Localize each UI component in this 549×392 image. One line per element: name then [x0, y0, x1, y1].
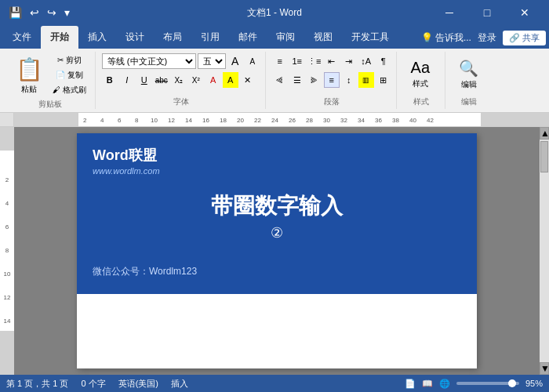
minimize-button[interactable]: ─: [431, 0, 467, 25]
share-label[interactable]: 🔗 共享: [503, 31, 546, 45]
svg-text:32: 32: [340, 117, 347, 124]
font-name-select[interactable]: 等线 (中文正文): [102, 53, 196, 69]
align-right-button[interactable]: ⫸: [307, 72, 322, 88]
scrollbar-thumb[interactable]: [540, 141, 548, 172]
font-size-select[interactable]: 五号: [198, 53, 226, 69]
quick-access-more-button[interactable]: ▾: [62, 5, 72, 20]
ruler-container: // This will be done via the SVG inline …: [0, 113, 549, 127]
paragraph-label: 段落: [272, 96, 391, 107]
save-button[interactable]: 💾: [6, 5, 24, 20]
insert-mode: 插入: [171, 378, 188, 390]
svg-text:2: 2: [83, 117, 87, 124]
tab-layout[interactable]: 布局: [154, 26, 191, 49]
clipboard-label: 剪贴板: [11, 99, 90, 110]
font-format-row: B I U abc X₂ X² A A ✕: [102, 72, 260, 88]
editing-group: 🔍 编辑 编辑: [447, 52, 491, 109]
tab-references[interactable]: 引用: [191, 26, 229, 49]
styles-button[interactable]: Aa 样式: [403, 54, 438, 95]
ribbon-right-actions: 💡 告诉我... 登录 🔗 共享: [421, 31, 546, 49]
copy-button[interactable]: 📄 复制: [49, 68, 90, 82]
login-label[interactable]: 登录: [478, 31, 496, 45]
svg-text:20: 20: [237, 117, 244, 124]
italic-button[interactable]: I: [119, 72, 135, 88]
font-controls: 等线 (中文正文) 五号 A A B I U abc X₂ X² A A ✕: [102, 53, 260, 95]
tab-developer[interactable]: 开发工具: [342, 26, 398, 49]
align-left-button[interactable]: ⫷: [272, 72, 288, 88]
banner-circle-num: ②: [93, 224, 461, 241]
subscript-button[interactable]: X₂: [171, 72, 187, 88]
restore-button[interactable]: □: [469, 0, 505, 25]
undo-button[interactable]: ↩: [27, 5, 42, 20]
styles-icon: Aa: [411, 59, 430, 77]
clear-format-button[interactable]: ✕: [240, 72, 256, 88]
justify-button[interactable]: ≡: [324, 72, 340, 88]
view-normal-icon[interactable]: 📄: [405, 379, 416, 389]
svg-text:8: 8: [5, 247, 9, 254]
zoom-slider[interactable]: [456, 382, 519, 385]
tab-home[interactable]: 开始: [41, 26, 78, 49]
view-read-icon[interactable]: 📖: [422, 379, 433, 389]
v-ruler-svg: 2 4 6 8 10 12 14: [0, 127, 14, 375]
cut-button[interactable]: ✂ 剪切: [49, 53, 90, 67]
svg-text:10: 10: [151, 117, 158, 124]
redo-button[interactable]: ↪: [45, 5, 59, 20]
tell-me-label[interactable]: 💡 告诉我...: [421, 31, 471, 45]
superscript-button[interactable]: X²: [188, 72, 204, 88]
numbered-list-button[interactable]: 1≡: [289, 53, 305, 69]
svg-text:22: 22: [254, 117, 261, 124]
svg-text:6: 6: [118, 117, 122, 124]
multilevel-list-button[interactable]: ⋮≡: [307, 53, 322, 69]
underline-button[interactable]: U: [136, 72, 152, 88]
increase-indent-button[interactable]: ⇥: [341, 53, 357, 69]
vertical-scrollbar[interactable]: ▲ ▼: [540, 127, 549, 375]
bullet-list-button[interactable]: ≡: [272, 53, 288, 69]
svg-text:36: 36: [375, 117, 382, 124]
zoom-level[interactable]: 95%: [525, 379, 543, 388]
font-group: 等线 (中文正文) 五号 A A B I U abc X₂ X² A A ✕ 字…: [97, 52, 266, 109]
tab-view[interactable]: 视图: [304, 26, 342, 49]
tab-file[interactable]: 文件: [3, 26, 41, 49]
svg-text:26: 26: [289, 117, 296, 124]
scrollbar-down-arrow[interactable]: ▼: [540, 362, 549, 375]
paragraph-row2: ⫷ ☰ ⫸ ≡ ↕ ▥ ⊞: [272, 72, 391, 88]
align-center-button[interactable]: ☰: [289, 72, 305, 88]
highlight-button[interactable]: A: [223, 72, 238, 88]
svg-rect-29: [0, 331, 14, 375]
styles-label-text: 样式: [403, 96, 440, 107]
decrease-indent-button[interactable]: ⇤: [324, 53, 340, 69]
font-label: 字体: [102, 96, 260, 107]
view-web-icon[interactable]: 🌐: [439, 379, 450, 389]
window-controls: ─ □ ✕: [431, 0, 543, 25]
close-button[interactable]: ✕: [507, 0, 543, 25]
line-spacing-button[interactable]: ↕: [341, 72, 357, 88]
paste-button[interactable]: 📋 粘贴: [11, 55, 47, 96]
horizontal-ruler: // This will be done via the SVG inline …: [14, 113, 549, 127]
blue-banner: Word联盟 www.wordlm.com 带圈数字输入 ② 微信公众号：Wor…: [77, 133, 477, 294]
editing-button[interactable]: 🔍 编辑: [452, 54, 486, 95]
decrease-font-button[interactable]: A: [245, 53, 260, 69]
tab-review[interactable]: 审阅: [267, 26, 304, 49]
strikethrough-button[interactable]: abc: [154, 72, 169, 88]
svg-text:12: 12: [4, 294, 11, 301]
svg-rect-4: [14, 113, 78, 127]
paste-label: 粘贴: [21, 84, 37, 95]
tab-mailings[interactable]: 邮件: [229, 26, 267, 49]
tab-design[interactable]: 设计: [116, 26, 154, 49]
document-scroll-area[interactable]: Word联盟 www.wordlm.com 带圈数字输入 ② 微信公众号：Wor…: [14, 127, 540, 375]
tab-insert[interactable]: 插入: [78, 26, 116, 49]
increase-font-button[interactable]: A: [227, 53, 243, 69]
border-button[interactable]: ⊞: [376, 72, 391, 88]
editing-content: 🔍 编辑: [452, 53, 486, 95]
bold-button[interactable]: B: [102, 72, 118, 88]
svg-text:42: 42: [427, 117, 434, 124]
svg-text:4: 4: [100, 117, 104, 124]
show-marks-button[interactable]: ¶: [376, 53, 391, 69]
ruler-corner: [0, 113, 14, 127]
shading-button[interactable]: ▥: [358, 72, 374, 88]
paragraph-controls: ≡ 1≡ ⋮≡ ⇤ ⇥ ↕A ¶ ⫷ ☰ ⫸ ≡ ↕ ▥ ⊞: [272, 53, 391, 95]
font-color-button[interactable]: A: [205, 72, 221, 88]
scrollbar-up-arrow[interactable]: ▲: [540, 127, 549, 140]
paste-icon: 📋: [16, 56, 43, 82]
format-painter-button[interactable]: 🖌 格式刷: [49, 83, 90, 97]
sort-button[interactable]: ↕A: [358, 53, 374, 69]
